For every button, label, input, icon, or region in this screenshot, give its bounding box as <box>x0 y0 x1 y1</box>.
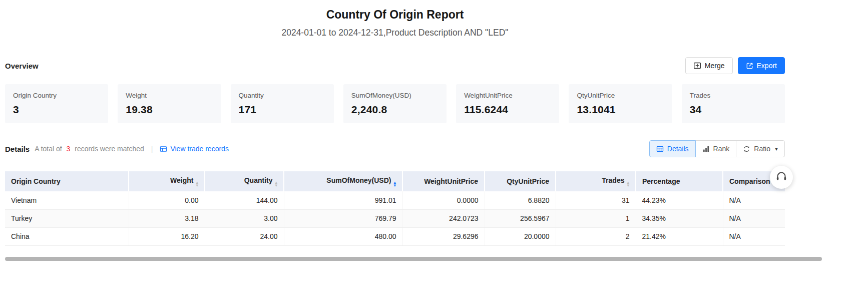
column-header-label: WeightUnitPrice <box>424 177 478 185</box>
cell-percentage: 21.42% <box>636 227 723 245</box>
chevron-down-icon: ▾ <box>775 145 778 152</box>
tab-rank[interactable]: Rank <box>695 140 737 157</box>
cell-sumofmoney-usd: 991.01 <box>284 191 402 209</box>
column-header-label: Origin Country <box>11 177 61 185</box>
export-button[interactable]: Export <box>738 57 785 74</box>
details-bar: Details A total of 3 records were matche… <box>5 140 785 157</box>
view-switcher: Details Rank <box>649 140 785 157</box>
cell-quantity: 144.00 <box>205 191 284 209</box>
cell-trades: 2 <box>556 227 636 245</box>
table-row-china: China16.2024.00480.0029.629620.0000221.4… <box>5 227 785 245</box>
stat-card-value: 19.38 <box>126 104 213 116</box>
table-row-turkey: Turkey3.183.00769.79242.0723256.5967134.… <box>5 209 785 227</box>
rank-icon <box>702 145 710 153</box>
cell-weightunitprice: 0.0000 <box>402 191 485 209</box>
overview-section-title: Overview <box>5 62 39 70</box>
stat-card-origin-country: Origin Country3 <box>5 84 108 123</box>
sort-carets-icon: ▴▾ <box>275 181 277 187</box>
support-float-button[interactable] <box>770 166 793 189</box>
trade-records-icon <box>160 145 167 153</box>
cell-weight: 16.20 <box>129 227 205 245</box>
column-header-label: Quantity <box>244 176 273 184</box>
cell-origin-country: Turkey <box>5 209 129 227</box>
table-row-vietnam: Vietnam0.00144.00991.010.00006.88203144.… <box>5 191 785 209</box>
view-trade-records-link[interactable]: View trade records <box>160 145 228 153</box>
stat-card-quantity: Quantity171 <box>231 84 334 123</box>
cell-trades: 1 <box>556 209 636 227</box>
divider: | <box>151 145 153 153</box>
horizontal-scrollbar-thumb[interactable] <box>5 257 822 261</box>
stat-card-value: 34 <box>690 104 777 116</box>
column-header-weight[interactable]: Weight▴▾ <box>129 171 205 191</box>
column-header-label: Comparison <box>729 177 770 185</box>
column-header-trades[interactable]: Trades▴▾ <box>556 171 636 191</box>
merge-button[interactable]: Merge <box>685 57 733 74</box>
export-button-label: Export <box>757 62 777 70</box>
column-header-qtyunitprice: QtyUnitPrice <box>485 171 556 191</box>
stat-card-trades: Trades34 <box>682 84 785 123</box>
cell-origin-country: China <box>5 227 129 245</box>
column-header-weightunitprice: WeightUnitPrice <box>402 171 485 191</box>
cell-quantity: 3.00 <box>205 209 284 227</box>
report-page: Country Of Origin Report 2024-01-01 to 2… <box>5 8 785 246</box>
details-section-title: Details <box>5 145 30 153</box>
table-icon <box>656 145 664 153</box>
stat-card-label: WeightUnitPrice <box>464 92 551 99</box>
sort-carets-icon: ▴▾ <box>393 181 396 187</box>
match-summary: A total of 3 records were matched <box>35 145 144 153</box>
stat-card-value: 13.1041 <box>577 104 664 116</box>
merge-button-label: Merge <box>705 62 725 70</box>
tab-rank-label: Rank <box>713 145 730 153</box>
cell-percentage: 44.23% <box>636 191 723 209</box>
column-header-sumofmoney-usd[interactable]: SumOfMoney(USD)▴▾ <box>284 171 402 191</box>
report-header: Country Of Origin Report 2024-01-01 to 2… <box>5 8 785 38</box>
report-subtitle: 2024-01-01 to 2024-12-31,Product Descrip… <box>5 28 785 38</box>
column-header-label: Trades <box>602 176 624 184</box>
cell-origin-country: Vietnam <box>5 191 129 209</box>
stat-card-label: SumOfMoney(USD) <box>351 92 439 99</box>
stat-card-label: Quantity <box>239 92 326 99</box>
column-header-label: QtyUnitPrice <box>507 177 549 185</box>
column-header-label: SumOfMoney(USD) <box>326 176 391 184</box>
cell-weight: 3.18 <box>129 209 205 227</box>
summary-suffix: records were matched <box>75 145 144 153</box>
view-trade-records-label: View trade records <box>170 145 228 153</box>
cell-sumofmoney-usd: 480.00 <box>284 227 402 245</box>
cell-comparison: N/A <box>723 227 785 245</box>
column-header-percentage: Percentage <box>636 171 723 191</box>
page-title: Country Of Origin Report <box>5 8 785 22</box>
cell-qtyunitprice: 256.5967 <box>485 209 556 227</box>
stat-card-value: 3 <box>13 104 100 116</box>
cell-sumofmoney-usd: 769.79 <box>284 209 402 227</box>
details-table: Origin CountryWeight▴▾Quantity▴▾SumOfMon… <box>5 171 785 246</box>
tab-details-label: Details <box>667 145 689 153</box>
column-header-label: Percentage <box>642 177 680 185</box>
table-header-row: Origin CountryWeight▴▾Quantity▴▾SumOfMon… <box>5 171 785 191</box>
stat-card-label: Weight <box>126 92 213 99</box>
stat-card-weight: Weight19.38 <box>118 84 221 123</box>
cell-weight: 0.00 <box>129 191 205 209</box>
column-header-origin-country: Origin Country <box>5 171 129 191</box>
stat-card-qtyunitprice: QtyUnitPrice13.1041 <box>569 84 672 123</box>
cell-quantity: 24.00 <box>205 227 284 245</box>
overview-cards: Origin Country3Weight19.38Quantity171Sum… <box>5 84 785 123</box>
stat-card-label: Trades <box>690 92 777 99</box>
column-header-quantity[interactable]: Quantity▴▾ <box>205 171 284 191</box>
cell-percentage: 34.35% <box>636 209 723 227</box>
cell-qtyunitprice: 20.0000 <box>485 227 556 245</box>
tab-ratio[interactable]: Ratio ▾ <box>736 140 785 157</box>
summary-prefix: A total of <box>35 145 62 153</box>
cell-qtyunitprice: 6.8820 <box>485 191 556 209</box>
stat-card-label: Origin Country <box>13 92 100 99</box>
tab-ratio-label: Ratio <box>754 145 770 153</box>
stat-card-value: 115.6244 <box>464 104 551 116</box>
cell-comparison: N/A <box>723 191 785 209</box>
cell-comparison: N/A <box>723 209 785 227</box>
stat-card-label: QtyUnitPrice <box>577 92 664 99</box>
column-header-label: Weight <box>170 176 193 184</box>
cell-weightunitprice: 29.6296 <box>402 227 485 245</box>
cell-trades: 31 <box>556 191 636 209</box>
export-icon <box>746 62 753 70</box>
tab-details[interactable]: Details <box>649 140 696 157</box>
sort-carets-icon: ▴▾ <box>196 181 198 187</box>
